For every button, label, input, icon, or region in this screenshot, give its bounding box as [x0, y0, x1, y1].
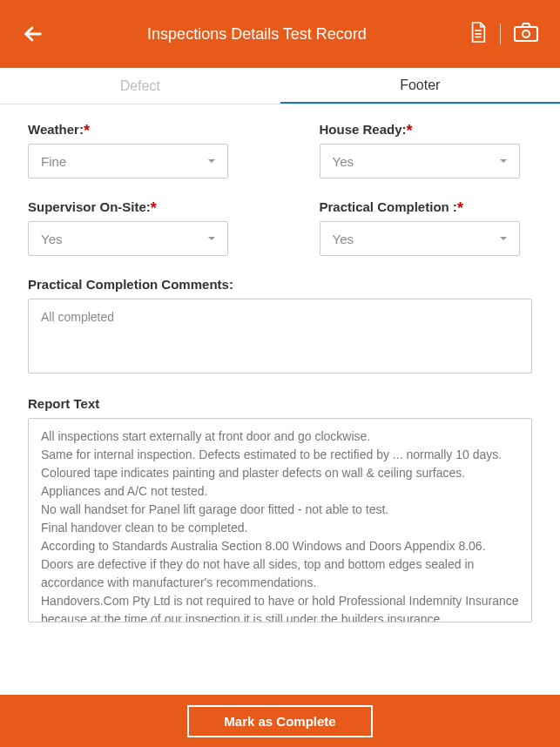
report-label: Report Text [28, 396, 532, 411]
supervisor-label: Supervisor On-Site:* [28, 199, 241, 214]
app-header: Inspections Details Test Record [0, 0, 560, 68]
camera-icon[interactable] [513, 22, 539, 46]
tab-defect[interactable]: Defect [0, 68, 280, 104]
header-separator [500, 24, 501, 44]
weather-value: Fine [41, 154, 208, 169]
svg-rect-0 [515, 27, 537, 41]
chevron-down-icon [208, 237, 215, 240]
supervisor-select[interactable]: Yes [28, 221, 228, 256]
house-ready-value: Yes [333, 154, 500, 169]
weather-select[interactable]: Fine [28, 144, 228, 178]
tab-footer[interactable]: Footer [280, 68, 561, 104]
tab-bar: Defect Footer [0, 68, 560, 104]
header-action-group [469, 21, 539, 47]
chevron-down-icon [500, 159, 507, 163]
comments-label: Practical Completion Comments: [28, 277, 532, 292]
practical-completion-select[interactable]: Yes [320, 221, 520, 256]
practical-completion-label: Practical Completion :* [320, 199, 533, 214]
document-icon[interactable] [469, 21, 488, 47]
report-textarea[interactable] [28, 418, 532, 622]
back-icon[interactable] [21, 22, 45, 46]
house-ready-select[interactable]: Yes [320, 144, 520, 178]
supervisor-value: Yes [41, 232, 208, 246]
footer-action-bar: Mark as Complete [0, 695, 560, 747]
chevron-down-icon [500, 237, 507, 240]
comments-textarea[interactable] [28, 299, 532, 374]
mark-complete-button[interactable]: Mark as Complete [187, 705, 372, 737]
weather-label: Weather:* [28, 122, 241, 137]
house-ready-label: House Ready:* [320, 122, 533, 137]
practical-completion-value: Yes [333, 232, 500, 246]
page-title: Inspections Details Test Record [45, 25, 469, 44]
chevron-down-icon [208, 159, 215, 163]
form-body: Weather:* Fine House Ready:* Yes Supervi… [0, 104, 560, 695]
svg-point-1 [523, 30, 530, 37]
